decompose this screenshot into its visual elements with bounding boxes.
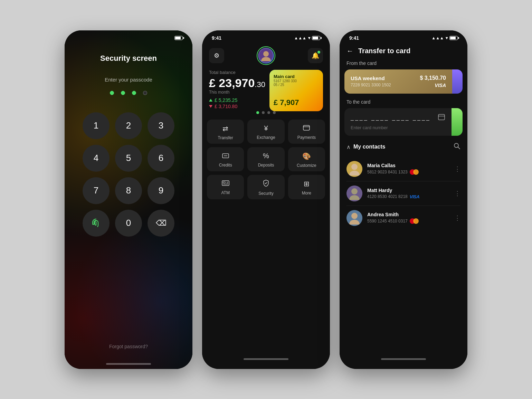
status-bar-1: 9:41 ▲▲▲ ▾ (65, 30, 192, 44)
more-icon: ⊞ (304, 180, 310, 188)
contact-matt[interactable]: Matt Hardy 4120 8530 4021 8218 VISA ⋮ (340, 181, 467, 206)
contact-info-andrea: Andrea Smith 5590 1245 4510 0317 (367, 212, 449, 224)
dot-active (256, 111, 259, 114)
more-label: More (302, 191, 311, 196)
more-menu-andrea[interactable]: ⋮ (454, 214, 460, 222)
credits-label: Credits (219, 163, 232, 168)
wifi-icon-2: ▾ (308, 36, 310, 40)
dot-2 (121, 91, 125, 95)
home-indicator (106, 363, 151, 365)
action-atm[interactable]: ATM (207, 175, 244, 199)
back-button[interactable]: ← (346, 47, 353, 55)
svg-rect-3 (303, 125, 310, 130)
notification-dot (317, 51, 320, 54)
card-balance: £ 7,907 (274, 98, 319, 107)
mastercard-logo-andrea (410, 218, 419, 224)
from-card[interactable]: USA weekend 7228 9021 3300 1502 $ 3,150.… (344, 69, 452, 94)
payments-label: Payments (297, 135, 316, 140)
carousel-dots (202, 111, 330, 114)
signal-icon: ▲▲▲ (156, 36, 169, 40)
key-5[interactable]: 5 (115, 145, 142, 172)
security-title: Security screen (100, 54, 157, 63)
down-arrow-icon (209, 105, 212, 108)
svg-point-2 (263, 51, 269, 57)
action-deposits[interactable]: % Deposits (247, 147, 284, 171)
security-phone: 9:41 ▲▲▲ ▾ Security screen Enter your pa… (65, 30, 192, 369)
action-exchange[interactable]: ¥ Exchange (247, 120, 284, 144)
dot-4 (143, 91, 147, 95)
dashboard-header: ⚙ 🔔 (202, 44, 330, 70)
from-label: From the card (340, 60, 467, 69)
balance-amount: £ 23,970.30 (209, 76, 265, 90)
key-9[interactable]: 9 (148, 177, 174, 204)
svg-point-14 (454, 143, 458, 148)
card-input-area[interactable]: ____ ____ ____ ____ Enter card number (344, 108, 452, 136)
atm-label: ATM (221, 190, 229, 195)
balance-label: Total balance (209, 70, 265, 75)
main-card[interactable]: Main card 5167 1280 330 05 / 25 £ 7,907 (269, 70, 323, 111)
avatar-andrea (346, 210, 362, 226)
payments-icon (303, 124, 310, 132)
notifications-button[interactable]: 🔔 (308, 48, 323, 63)
settings-button[interactable]: ⚙ (209, 48, 224, 63)
keypad: 1 2 3 4 5 6 7 8 9 (83, 112, 174, 237)
customize-label: Customize (297, 163, 316, 168)
stat-down-amount: £ 3,710.80 (215, 104, 237, 109)
action-security[interactable]: Security (247, 175, 284, 199)
stat-down-row: £ 3,710.80 (209, 104, 265, 109)
mastercard-logo-maria (410, 169, 419, 175)
svg-line-15 (458, 147, 460, 149)
contact-andrea[interactable]: Andrea Smith 5590 1245 4510 0317 ⋮ (340, 206, 467, 230)
contact-name-andrea: Andrea Smith (367, 212, 449, 217)
time-1: 9:41 (74, 35, 84, 41)
more-menu-maria[interactable]: ⋮ (454, 165, 460, 173)
avatar[interactable] (257, 46, 275, 65)
balance-decimal: .30 (255, 80, 265, 89)
battery-icon-2 (312, 36, 320, 40)
avatar-image (258, 48, 274, 64)
more-menu-matt[interactable]: ⋮ (454, 190, 460, 197)
action-transfer[interactable]: ⇄ Transfer (207, 120, 244, 144)
key-3[interactable]: 3 (148, 112, 174, 139)
contact-maria[interactable]: Maria Callas 5812 9023 8431 1323 ⋮ (340, 157, 467, 181)
contact-info-maria: Maria Callas 5812 9023 8431 1323 (367, 163, 449, 175)
scan-card-icon[interactable] (438, 114, 445, 122)
status-bar-3: 9:41 ▲▲▲ ▾ (340, 30, 467, 44)
key-6[interactable]: 6 (148, 145, 174, 172)
key-8[interactable]: 8 (115, 177, 142, 204)
key-4[interactable]: 4 (83, 145, 110, 172)
fingerprint-button[interactable] (83, 210, 110, 237)
key-7[interactable]: 7 (83, 177, 110, 204)
visa-logo-matt: VISA (410, 194, 419, 199)
contact-info-matt: Matt Hardy 4120 8530 4021 8218 VISA (367, 188, 449, 199)
passcode-label: Enter your passcode (105, 77, 152, 83)
dot-3-dash (267, 111, 270, 114)
balance-main: £ 23,970 (209, 76, 255, 89)
card-title: Main card (274, 74, 297, 79)
forgot-password-link[interactable]: Forgot password? (109, 344, 148, 349)
passcode-dots (110, 91, 147, 95)
action-payments[interactable]: Payments (288, 120, 325, 144)
delete-button[interactable]: ⌫ (148, 210, 174, 237)
key-2[interactable]: 2 (115, 112, 142, 139)
from-card-num: 7228 9021 3300 1502 (351, 83, 391, 87)
dashboard-phone: 9:41 ▲▲▲ ▾ ⚙ (202, 30, 330, 369)
time-2: 9:41 (212, 35, 221, 41)
key-1[interactable]: 1 (83, 112, 110, 139)
svg-point-21 (351, 213, 358, 219)
deposits-icon: % (263, 152, 269, 160)
battery-icon (174, 36, 183, 40)
time-3: 9:41 (349, 35, 359, 41)
svg-point-17 (351, 164, 358, 170)
card-placeholder: Enter card number (351, 125, 445, 130)
search-icon[interactable] (454, 143, 460, 151)
this-month-label: This month (209, 90, 265, 95)
action-more[interactable]: ⊞ More (288, 175, 325, 199)
key-0[interactable]: 0 (115, 210, 142, 237)
chevron-up-icon[interactable]: ∧ (346, 144, 351, 150)
svg-point-0 (96, 222, 97, 223)
to-label: To the card (340, 99, 467, 108)
home-indicator-2 (244, 358, 288, 360)
action-credits[interactable]: Credits (207, 147, 244, 171)
action-customize[interactable]: 🎨 Customize (288, 147, 325, 171)
